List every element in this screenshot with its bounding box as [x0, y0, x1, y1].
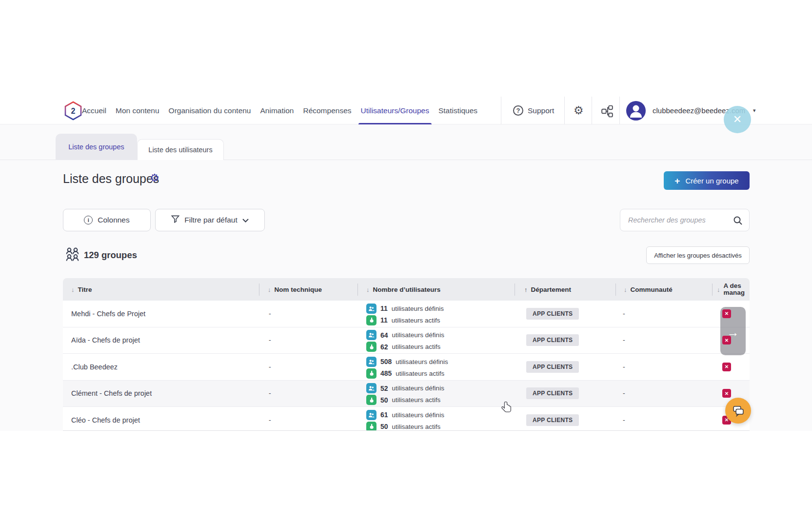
header-nom-technique[interactable]: ↓ Nom technique — [268, 278, 322, 301]
active-count: 11 — [380, 316, 388, 324]
group-title: Cléo - Chefs de projet — [71, 416, 140, 424]
defined-label: utilisateurs définis — [396, 358, 448, 365]
group-user-counts: 61 utilisateurs définis 50 utilisateurs … — [366, 409, 444, 431]
header-separator — [615, 284, 616, 296]
nav-item-accueil[interactable]: Accueil — [82, 97, 106, 124]
department-badge: APP CLIENTS — [526, 308, 579, 320]
support-button[interactable]: ? Support — [513, 97, 554, 124]
columns-button[interactable]: i Colonnes — [63, 209, 151, 231]
group-title: Clément - Chefs de projet — [71, 389, 152, 397]
department-badge: APP CLIENTS — [526, 414, 579, 426]
content-bottom-edge — [63, 430, 750, 431]
group-community: - — [623, 336, 625, 344]
app-window: 2 Accueil Mon contenu Organisation du co… — [0, 0, 812, 527]
search-input[interactable] — [628, 209, 731, 231]
header-a-des-managers[interactable]: ↓ A des manag — [717, 278, 750, 301]
create-group-button[interactable]: + Créer un groupe — [664, 171, 750, 190]
table-row[interactable]: .Club Beedeez - 508 utilisateurs définis… — [63, 354, 750, 381]
nav-item-organisation-du-contenu[interactable]: Organisation du contenu — [169, 97, 251, 124]
active-label: utilisateurs actifs — [396, 370, 444, 377]
active-label: utilisateurs actifs — [392, 396, 441, 404]
group-user-counts: 11 utilisateurs définis 11 utilisateurs … — [366, 303, 444, 326]
remove-icon[interactable]: ✕ — [722, 363, 731, 371]
help-icon: ? — [513, 105, 523, 116]
nav-divider — [619, 97, 620, 124]
search-groups-box — [620, 209, 750, 231]
header-separator — [515, 284, 515, 296]
header-separator — [712, 284, 713, 296]
org-structure-icon[interactable] — [601, 105, 614, 120]
header-titre[interactable]: ↓ Titre — [71, 278, 92, 301]
header-nombre-utilisateurs[interactable]: ↓ Nombre d’utilisateurs — [366, 278, 440, 301]
columns-label: Colonnes — [98, 216, 130, 224]
table-header: ↓ Titre ↓ Nom technique ↓ Nombre d’utili… — [63, 278, 750, 301]
search-icon[interactable] — [733, 216, 743, 227]
tab-liste-des-utilisateurs[interactable]: Liste des utilisateurs — [137, 139, 224, 160]
remove-icon[interactable]: ✕ — [722, 309, 731, 318]
plus-icon: + — [674, 176, 680, 185]
remove-icon[interactable]: ✕ — [722, 389, 731, 398]
department-badge: APP CLIENTS — [526, 334, 579, 346]
group-tech-name: - — [269, 416, 271, 424]
table-row[interactable]: Cléo - Chefs de projet - 61 utilisateurs… — [63, 407, 750, 431]
group-user-counts: 508 utilisateurs définis 485 utilisateur… — [366, 356, 448, 379]
group-user-counts: 64 utilisateurs définis 62 utilisateurs … — [366, 329, 444, 353]
info-icon: i — [84, 216, 93, 224]
chat-widget-button[interactable] — [725, 398, 751, 424]
nav-item-animation[interactable]: Animation — [260, 97, 294, 124]
sort-asc-icon: ↑ — [524, 286, 528, 293]
beedeez-logo: 2 — [63, 101, 83, 121]
table-row[interactable]: Aïda - Chefs de projet - 64 utilisateurs… — [63, 327, 750, 354]
nav-item-mon-contenu[interactable]: Mon contenu — [116, 97, 159, 124]
close-icon[interactable]: ✕ — [724, 106, 751, 133]
defined-count: 11 — [380, 304, 388, 312]
table-row[interactable]: Clément - Chefs de projet - 52 utilisate… — [63, 381, 750, 407]
users-defined-icon — [366, 304, 376, 314]
defined-count: 508 — [380, 358, 392, 365]
group-settings-gear-icon[interactable]: ⚙ — [150, 172, 159, 184]
users-active-icon — [366, 395, 376, 405]
defined-label: utilisateurs définis — [392, 331, 444, 339]
header-communaute[interactable]: ↓ Communauté — [624, 278, 673, 301]
show-disabled-groups-button[interactable]: Afficher les groupes désactivés — [646, 246, 750, 264]
chat-bubbles-icon — [730, 403, 747, 419]
groups-table: ↓ Titre ↓ Nom technique ↓ Nombre d’utili… — [63, 278, 750, 431]
chevron-down-icon[interactable]: ▾ — [753, 97, 756, 124]
sort-desc-icon: ↓ — [268, 286, 271, 293]
header-departement[interactable]: ↑ Département — [524, 278, 571, 301]
users-defined-icon — [366, 410, 376, 420]
users-active-icon — [366, 422, 376, 431]
group-community: - — [623, 389, 625, 397]
active-label: utilisateurs actifs — [392, 423, 441, 430]
defined-label: utilisateurs définis — [392, 411, 444, 419]
svg-text:2: 2 — [71, 107, 76, 115]
group-tech-name: - — [269, 363, 271, 371]
main-navigation: Accueil Mon contenu Organisation du cont… — [82, 97, 477, 124]
group-tech-name: - — [269, 389, 271, 397]
page-title: Liste des groupes — [63, 172, 159, 186]
group-tech-name: - — [269, 336, 271, 344]
nav-divider — [564, 97, 565, 124]
mouse-cursor — [501, 401, 512, 416]
group-tech-name: - — [269, 310, 271, 318]
nav-divider — [501, 97, 501, 124]
tab-liste-des-groupes[interactable]: Liste des groupes — [56, 134, 137, 160]
group-title: Aïda - Chefs de projet — [71, 336, 140, 344]
user-avatar[interactable] — [626, 101, 646, 121]
nav-item-utilisateurs-groupes[interactable]: Utilisateurs/Groupes — [361, 97, 429, 124]
sort-desc-icon: ↓ — [366, 286, 370, 293]
groups-icon — [64, 247, 80, 264]
users-defined-icon — [366, 383, 376, 393]
nav-item-statistiques[interactable]: Statistiques — [438, 97, 477, 124]
remove-icon[interactable]: ✕ — [722, 336, 731, 345]
defined-count: 64 — [380, 331, 388, 339]
default-filter-button[interactable]: Filtre par défaut — [155, 209, 265, 231]
sort-desc-icon: ↓ — [624, 286, 627, 293]
settings-gear-icon[interactable]: ⚙ — [574, 97, 584, 124]
header-separator — [357, 284, 358, 296]
filter-label: Filtre par défaut — [184, 216, 238, 224]
table-row[interactable]: Mehdi - Chefs de Projet - 11 utilisateur… — [63, 301, 750, 327]
nav-item-recompenses[interactable]: Récompenses — [303, 97, 351, 124]
filter-funnel-icon — [171, 215, 179, 225]
users-active-icon — [366, 342, 376, 352]
